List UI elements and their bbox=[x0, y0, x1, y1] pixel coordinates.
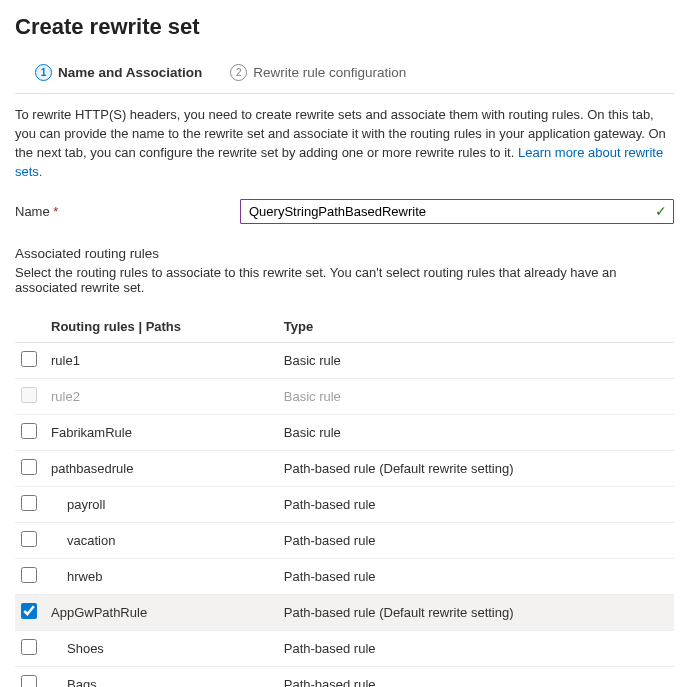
table-row: AppGwPathRulePath-based rule (Default re… bbox=[15, 595, 674, 631]
rule-name-cell: payroll bbox=[45, 487, 278, 523]
name-input[interactable] bbox=[240, 199, 674, 224]
rule-type-cell: Path-based rule bbox=[278, 487, 674, 523]
row-checkbox[interactable] bbox=[21, 603, 37, 619]
associated-rules-heading: Associated routing rules bbox=[15, 246, 674, 261]
col-type: Type bbox=[278, 311, 674, 343]
row-checkbox[interactable] bbox=[21, 567, 37, 583]
table-row: hrwebPath-based rule bbox=[15, 559, 674, 595]
rule-type-cell: Path-based rule (Default rewrite setting… bbox=[278, 451, 674, 487]
tab-label: Rewrite rule configuration bbox=[253, 65, 406, 80]
row-checkbox[interactable] bbox=[21, 495, 37, 511]
table-row: vacationPath-based rule bbox=[15, 523, 674, 559]
row-checkbox[interactable] bbox=[21, 423, 37, 439]
wizard-tabs: 1 Name and Association 2 Rewrite rule co… bbox=[15, 58, 674, 94]
rule-name-cell: pathbasedrule bbox=[45, 451, 278, 487]
row-checkbox[interactable] bbox=[21, 639, 37, 655]
rule-type-cell: Path-based rule bbox=[278, 667, 674, 687]
rule-name-cell: hrweb bbox=[45, 559, 278, 595]
name-label: Name * bbox=[15, 204, 240, 219]
rule-type-cell: Path-based rule bbox=[278, 523, 674, 559]
table-row: ShoesPath-based rule bbox=[15, 631, 674, 667]
intro-text: To rewrite HTTP(S) headers, you need to … bbox=[15, 106, 674, 181]
rule-name-cell: Bags bbox=[45, 667, 278, 687]
table-row: pathbasedrulePath-based rule (Default re… bbox=[15, 451, 674, 487]
table-row: BagsPath-based rule bbox=[15, 667, 674, 687]
page-title: Create rewrite set bbox=[15, 14, 674, 40]
rule-name-cell: Shoes bbox=[45, 631, 278, 667]
tab-label: Name and Association bbox=[58, 65, 202, 80]
table-row: rule2Basic rule bbox=[15, 379, 674, 415]
rule-type-cell: Path-based rule (Default rewrite setting… bbox=[278, 595, 674, 631]
table-row: rule1Basic rule bbox=[15, 343, 674, 379]
rule-type-cell: Basic rule bbox=[278, 343, 674, 379]
row-checkbox[interactable] bbox=[21, 675, 37, 687]
row-checkbox[interactable] bbox=[21, 459, 37, 475]
required-mark: * bbox=[53, 204, 58, 219]
rule-name-cell: vacation bbox=[45, 523, 278, 559]
associated-rules-desc: Select the routing rules to associate to… bbox=[15, 265, 674, 295]
tab-rewrite-rule-config[interactable]: 2 Rewrite rule configuration bbox=[230, 64, 406, 81]
rule-name-cell: AppGwPathRule bbox=[45, 595, 278, 631]
rule-name-cell: rule1 bbox=[45, 343, 278, 379]
row-checkbox bbox=[21, 387, 37, 403]
row-checkbox[interactable] bbox=[21, 351, 37, 367]
valid-check-icon: ✓ bbox=[655, 203, 667, 219]
tab-step-number: 1 bbox=[35, 64, 52, 81]
col-routing-rules: Routing rules | Paths bbox=[45, 311, 278, 343]
table-row: payrollPath-based rule bbox=[15, 487, 674, 523]
rule-type-cell: Basic rule bbox=[278, 379, 674, 415]
rule-name-cell: rule2 bbox=[45, 379, 278, 415]
col-checkbox bbox=[15, 311, 45, 343]
table-row: FabrikamRuleBasic rule bbox=[15, 415, 674, 451]
rule-type-cell: Basic rule bbox=[278, 415, 674, 451]
routing-rules-table: Routing rules | Paths Type rule1Basic ru… bbox=[15, 311, 674, 687]
rule-type-cell: Path-based rule bbox=[278, 631, 674, 667]
tab-step-number: 2 bbox=[230, 64, 247, 81]
tab-name-association[interactable]: 1 Name and Association bbox=[35, 64, 202, 81]
rule-name-cell: FabrikamRule bbox=[45, 415, 278, 451]
row-checkbox[interactable] bbox=[21, 531, 37, 547]
rule-type-cell: Path-based rule bbox=[278, 559, 674, 595]
